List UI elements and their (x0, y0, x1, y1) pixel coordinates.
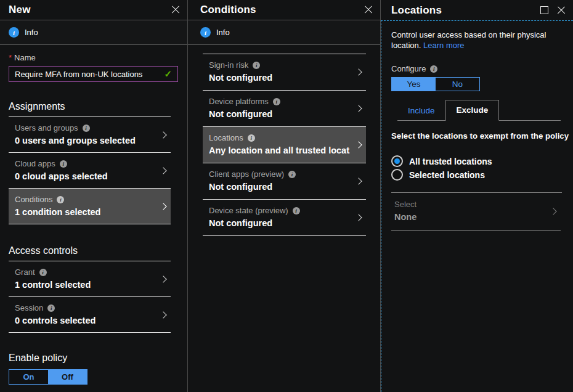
blade-header-conditions: Conditions (188, 0, 380, 20)
info-icon: i (47, 304, 55, 312)
radio-all-trusted-locations[interactable]: All trusted locations (391, 155, 562, 167)
row-value: 0 users and groups selected (15, 136, 155, 145)
info-icon: i (248, 134, 255, 142)
info-icon: i (39, 269, 47, 276)
row-label: Device state (preview) (209, 206, 288, 215)
row-users-and-groups[interactable]: Users and groups i 0 users and groups se… (9, 117, 171, 153)
chevron-right-icon (550, 208, 556, 214)
row-device-platforms[interactable]: Device platforms i Not configured (203, 91, 366, 127)
maximize-icon[interactable] (540, 6, 548, 14)
row-label: Grant (15, 267, 35, 277)
info-icon: i (288, 171, 296, 178)
tab-exclude[interactable]: Exclude (445, 100, 500, 121)
configure-toggle: Yes No (391, 77, 480, 91)
info-icon: i (430, 65, 437, 73)
chevron-right-icon (160, 276, 166, 282)
chevron-right-icon (355, 105, 362, 112)
toggle-yes-button[interactable]: Yes (392, 78, 436, 91)
row-conditions[interactable]: Conditions i 1 condition selected (9, 189, 171, 224)
info-icon: i (200, 27, 211, 38)
info-banner[interactable]: i Info (188, 20, 380, 45)
row-grant[interactable]: Grant i 1 control selected (9, 261, 171, 297)
row-label: Client apps (preview) (209, 169, 284, 179)
row-label: Users and groups (15, 123, 78, 133)
chevron-right-icon (355, 68, 362, 75)
radio-button-icon[interactable] (391, 155, 403, 167)
chevron-right-icon (160, 311, 166, 318)
page-title-new: New (9, 4, 171, 16)
info-icon: i (273, 98, 280, 105)
select-locations-group: Select None (391, 192, 562, 231)
tab-include[interactable]: Include (397, 101, 445, 121)
row-label: Cloud apps (15, 159, 55, 168)
policy-name-value: Require MFA from non-UK locations (15, 70, 160, 79)
trusted-locations-radio-group: All trusted locations Selected locations (391, 155, 562, 181)
row-value: 0 controls selected (15, 316, 155, 325)
row-label: Session (15, 303, 43, 312)
locations-description: Control user access based on their physi… (391, 30, 554, 51)
required-asterisk: * (9, 53, 12, 62)
info-icon: i (9, 27, 19, 38)
close-icon[interactable] (557, 6, 566, 15)
blade-conditions: Conditions i Info Sign-in risk i Not con… (188, 0, 381, 392)
enable-policy-toggle: On Off (9, 369, 87, 385)
row-value: 1 control selected (15, 280, 155, 290)
radio-button-icon[interactable] (391, 169, 403, 181)
info-icon: i (83, 125, 90, 132)
toggle-on-button[interactable]: On (9, 370, 48, 384)
valid-check-icon: ✓ (164, 68, 172, 80)
row-value: Not configured (209, 109, 350, 119)
radio-label: Selected locations (409, 170, 485, 180)
row-value: 1 condition selected (15, 207, 155, 217)
info-icon: i (57, 196, 64, 203)
close-icon[interactable] (171, 6, 180, 14)
radio-selected-locations[interactable]: Selected locations (391, 169, 562, 181)
page-title-conditions: Conditions (200, 4, 364, 16)
chevron-right-icon (160, 131, 166, 138)
chevron-right-icon (160, 203, 166, 210)
info-label: Info (25, 28, 38, 37)
learn-more-link[interactable]: Learn more (423, 41, 464, 50)
row-session[interactable]: Session i 0 controls selected (9, 297, 171, 333)
info-label: Info (216, 28, 230, 37)
locations-blade-body: Control user access based on their physi… (381, 20, 573, 392)
row-select-locations-disabled: Select None (391, 193, 561, 231)
exempt-instruction-text: Select the locations to exempt from the … (391, 131, 562, 141)
row-sign-in-risk[interactable]: Sign-in risk i Not configured (203, 54, 366, 91)
enable-policy-heading: Enable policy (9, 353, 171, 364)
page-title-locations: Locations (391, 4, 540, 17)
azure-conditional-access-screen: New i Info *Name Require MFA from non-UK… (0, 0, 573, 392)
row-value: 0 cloud apps selected (15, 171, 155, 181)
row-value: None (394, 212, 545, 222)
row-locations[interactable]: Locations i Any location and all trusted… (203, 127, 366, 163)
row-client-apps[interactable]: Client apps (preview) i Not configured (203, 163, 366, 200)
chevron-right-icon (355, 178, 362, 184)
row-value: Any location and all trusted locat... (209, 145, 350, 155)
include-exclude-tabs: Include Exclude (397, 100, 561, 121)
blade-header-new: New (0, 0, 187, 20)
row-label: Select (394, 200, 417, 209)
assignments-heading: Assignments (9, 101, 171, 117)
chevron-right-icon (160, 167, 166, 174)
row-label: Locations (209, 133, 243, 142)
row-cloud-apps[interactable]: Cloud apps i 0 cloud apps selected (9, 153, 171, 189)
row-device-state[interactable]: Device state (preview) i Not configured (203, 200, 366, 236)
row-label: Conditions (15, 195, 52, 204)
access-controls-heading: Access controls (9, 245, 171, 261)
assignments-section: Assignments Users and groups i 0 users a… (9, 101, 171, 224)
row-value: Not configured (209, 218, 350, 228)
info-icon: i (60, 160, 67, 168)
info-banner[interactable]: i Info (0, 20, 187, 45)
row-label: Sign-in risk (209, 60, 248, 70)
close-icon[interactable] (364, 6, 373, 14)
toggle-off-button[interactable]: Off (48, 370, 87, 384)
toggle-no-button[interactable]: No (436, 78, 479, 91)
blade-header-locations: Locations (381, 0, 573, 20)
blade-new-policy: New i Info *Name Require MFA from non-UK… (0, 0, 188, 392)
configure-label: Configure i (391, 64, 562, 73)
blade-locations: Locations Control user access based on t… (381, 0, 573, 392)
row-value: Not configured (209, 73, 350, 83)
name-field-label: *Name (9, 53, 171, 62)
policy-name-input[interactable]: Require MFA from non-UK locations ✓ (9, 66, 178, 82)
info-icon: i (253, 62, 260, 69)
